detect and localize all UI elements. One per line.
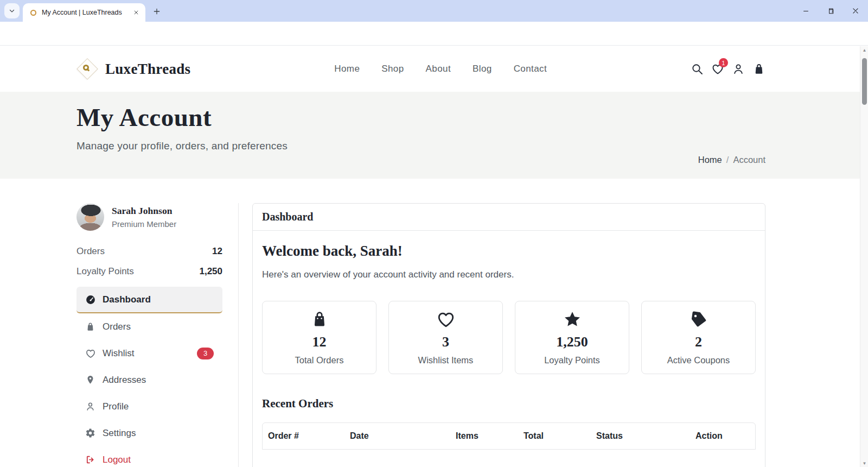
stat-label: Total Orders	[295, 355, 344, 365]
stat-value: 3	[442, 334, 449, 350]
window-minimize-button[interactable]	[793, 0, 818, 22]
sidebar-item-wishlist[interactable]: Wishlist 3	[76, 340, 222, 367]
wishlist-count-badge: 1	[719, 58, 728, 67]
page-scrollbar[interactable]: ▲ ▼	[860, 46, 868, 467]
sidebar-item-logout[interactable]: Logout	[76, 446, 222, 467]
breadcrumb-home-link[interactable]: Home	[698, 155, 722, 165]
column-order-number: Order #	[268, 431, 350, 441]
sidebar-item-label: Settings	[103, 428, 136, 439]
stats-grid: 12 Total Orders 3 Wishlist Items	[262, 301, 756, 374]
sidebar-item-label: Wishlist	[103, 348, 135, 359]
account-sidebar: Sarah Johnson Premium Member Orders 12 L…	[76, 203, 239, 467]
scrollbar-thumb[interactable]	[862, 58, 867, 105]
account-icon[interactable]	[732, 62, 745, 75]
bag-icon	[310, 310, 329, 329]
brand-name[interactable]: LuxeThreads	[105, 61, 190, 78]
tab-search-chevron-icon[interactable]	[4, 3, 20, 18]
page-hero: My Account Manage your profile, orders, …	[0, 92, 860, 179]
orders-bag-icon	[85, 321, 96, 332]
recent-orders-table: Order # Date Items Total Status Action	[262, 422, 756, 450]
user-name: Sarah Johnson	[112, 203, 176, 217]
star-icon	[563, 310, 582, 329]
site-favicon-icon	[30, 10, 36, 16]
profile-person-icon	[85, 401, 96, 412]
stat-card-wishlist-items: 3 Wishlist Items	[388, 301, 503, 374]
column-action: Action	[695, 431, 755, 441]
stat-value: 1,250	[556, 334, 588, 350]
stat-value: 2	[695, 334, 702, 350]
brand-logo[interactable]: LuxeThreads	[76, 58, 190, 80]
sidebar-item-label: Logout	[103, 455, 131, 465]
brand-diamond-icon	[76, 58, 98, 80]
stat-card-active-coupons: 2 Active Coupons	[641, 301, 756, 374]
recent-orders-heading: Recent Orders	[262, 397, 756, 411]
table-header-row: Order # Date Items Total Status Action	[263, 423, 755, 449]
dashboard-gauge-icon	[85, 294, 96, 305]
sidebar-item-addresses[interactable]: Addresses	[76, 367, 222, 393]
sidebar-item-orders[interactable]: Orders	[76, 313, 222, 340]
sidebar-item-dashboard[interactable]: Dashboard	[76, 287, 222, 313]
browser-toolbar: highdeedev.space/templates/luxethreads/p…	[0, 22, 868, 46]
nav-shop[interactable]: Shop	[381, 64, 404, 74]
card-title: Dashboard	[253, 204, 765, 231]
dashboard-main: Dashboard Welcome back, Sarah! Here's an…	[252, 203, 765, 467]
user-avatar	[76, 203, 104, 231]
new-tab-button[interactable]	[150, 4, 164, 18]
sidebar-item-label: Orders	[103, 321, 131, 332]
heart-icon	[436, 310, 456, 329]
sidebar-item-label: Addresses	[103, 375, 146, 386]
settings-gear-icon	[85, 428, 96, 439]
site-header: LuxeThreads Home Shop About Blog Contact…	[0, 46, 860, 92]
page-subtitle: Manage your profile, orders, and prefere…	[76, 140, 765, 152]
stat-label: Wishlist Items	[418, 355, 474, 365]
wishlist-heart-icon	[85, 348, 96, 359]
location-pin-icon	[85, 375, 96, 386]
stat-value: 12	[312, 334, 327, 350]
stat-card-total-orders: 12 Total Orders	[262, 301, 376, 374]
sidebar-item-label: Dashboard	[103, 294, 151, 305]
cart-bag-icon[interactable]	[752, 62, 765, 75]
user-membership: Premium Member	[112, 219, 176, 229]
nav-about[interactable]: About	[426, 64, 451, 74]
breadcrumb-current: Account	[733, 155, 765, 165]
breadcrumb-separator: /	[726, 155, 729, 165]
nav-home[interactable]: Home	[334, 64, 360, 74]
tag-icon	[689, 310, 709, 329]
wishlist-heart-icon[interactable]: 1	[711, 62, 724, 75]
tab-close-icon[interactable]	[131, 8, 141, 17]
column-date: Date	[350, 431, 456, 441]
column-items: Items	[456, 431, 524, 441]
dashboard-card: Dashboard Welcome back, Sarah! Here's an…	[252, 203, 765, 467]
sidebar-stat-loyalty: Loyalty Points 1,250	[76, 266, 222, 277]
browser-tab-strip: My Account | LuxeThreads	[0, 0, 868, 22]
main-nav: Home Shop About Blog Contact	[190, 64, 691, 74]
page-viewport: LuxeThreads Home Shop About Blog Contact…	[0, 46, 860, 467]
sidebar-item-settings[interactable]: Settings	[76, 420, 222, 446]
tab-title: My Account | LuxeThreads	[42, 9, 131, 16]
wishlist-badge: 3	[197, 348, 214, 359]
nav-contact[interactable]: Contact	[514, 64, 547, 74]
scroll-up-arrow-icon[interactable]: ▲	[860, 46, 868, 54]
sidebar-stat-orders: Orders 12	[76, 246, 222, 257]
column-total: Total	[524, 431, 596, 441]
logout-icon	[85, 455, 96, 465]
breadcrumb: Home/Account	[698, 155, 765, 165]
window-restore-button[interactable]	[818, 0, 843, 22]
sidebar-menu: Dashboard Orders Wishlist 3	[76, 287, 222, 467]
welcome-text: Here's an overview of your account activ…	[262, 269, 756, 280]
stat-card-loyalty-points: 1,250 Loyalty Points	[515, 301, 629, 374]
column-status: Status	[596, 431, 695, 441]
sidebar-item-label: Profile	[103, 401, 129, 412]
nav-blog[interactable]: Blog	[473, 64, 492, 74]
window-close-button[interactable]	[843, 0, 868, 22]
stat-label: Loyalty Points	[544, 355, 600, 365]
search-icon[interactable]	[691, 62, 704, 75]
scroll-down-arrow-icon[interactable]: ▼	[860, 459, 868, 467]
welcome-heading: Welcome back, Sarah!	[262, 243, 756, 260]
browser-tab[interactable]: My Account | LuxeThreads	[23, 3, 145, 22]
page-title: My Account	[76, 103, 765, 132]
sidebar-item-profile[interactable]: Profile	[76, 393, 222, 420]
stat-label: Active Coupons	[667, 355, 730, 365]
